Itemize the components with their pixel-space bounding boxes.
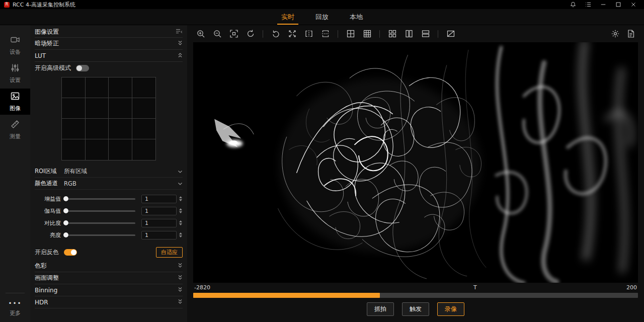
image-icon <box>10 91 20 103</box>
flip-vertical-icon[interactable] <box>318 27 333 40</box>
invert-toggle[interactable] <box>64 249 77 256</box>
timeline-progress-bar[interactable] <box>193 293 638 298</box>
gamma-input[interactable]: 1 <box>141 207 177 215</box>
gain-slider[interactable] <box>66 198 135 200</box>
toolbar-separator <box>438 30 438 38</box>
contrast-slider-handle[interactable] <box>63 220 68 225</box>
grid-fine-icon[interactable] <box>360 27 374 40</box>
adaptive-button[interactable]: 自适应 <box>156 247 183 258</box>
dual-horizontal-view-icon[interactable] <box>418 27 433 40</box>
contrast-slider[interactable] <box>66 222 135 224</box>
gain-input[interactable]: 1 <box>141 195 177 203</box>
toolbar-separator <box>338 30 338 38</box>
image-aspect-icon[interactable] <box>443 27 458 40</box>
section-adjust[interactable]: 画面调整 <box>35 272 183 284</box>
lut-curve-grid[interactable] <box>61 77 156 160</box>
tab-local[interactable]: 本地 <box>342 9 371 25</box>
maximize-button[interactable] <box>612 1 625 9</box>
camera-icon <box>10 35 20 46</box>
gain-label: 增益值 <box>35 195 61 203</box>
rail-label-image: 图像 <box>10 105 21 112</box>
main-view: -2820 T 200 抓拍 触发 录像 <box>187 25 644 322</box>
roi-value: 所有区域 <box>64 168 87 175</box>
titlebar: R RCC 4-高速采集控制系统 <box>0 0 644 9</box>
tab-realtime[interactable]: 实时 <box>273 9 302 25</box>
rotate-icon[interactable] <box>268 27 283 40</box>
invert-label: 开启反色 <box>35 248 59 257</box>
app-window: R RCC 4-高速采集控制系统 实时 回放 本地 <box>0 0 644 322</box>
sliders-icon <box>10 63 20 74</box>
snapshot-button[interactable]: 抓拍 <box>367 302 394 316</box>
chevron-double-down-icon <box>178 287 183 294</box>
advanced-mode-toggle[interactable] <box>76 65 89 71</box>
quad-view-icon[interactable] <box>385 27 399 40</box>
section-binning-label: Binning <box>35 287 57 294</box>
brightness-slider-handle[interactable] <box>63 232 68 237</box>
gain-stepper[interactable] <box>179 196 182 201</box>
brightness-slider[interactable] <box>66 234 135 236</box>
tab-playback[interactable]: 回放 <box>307 9 337 25</box>
timeline-progress-fill <box>193 293 380 298</box>
chevron-double-down-icon <box>178 263 183 270</box>
panel-header: 图像设置 <box>35 26 183 38</box>
slider-row-gain: 增益值 1 <box>35 193 183 205</box>
toolbar-separator <box>379 30 380 38</box>
rail-item-settings[interactable]: 设置 <box>0 60 30 87</box>
close-button[interactable] <box>627 1 640 9</box>
minimize-button[interactable] <box>597 1 610 9</box>
grid-overlay-icon[interactable] <box>343 27 358 40</box>
advanced-mode-label: 开启高级模式 <box>35 64 71 72</box>
notifications-bell-icon[interactable] <box>567 1 580 9</box>
chevron-double-down-icon <box>178 299 183 306</box>
reset-view-icon[interactable] <box>243 27 258 40</box>
rail-label-measure: 测量 <box>10 133 21 140</box>
gamma-slider-handle[interactable] <box>63 208 68 213</box>
section-hdr[interactable]: HDR <box>35 296 183 308</box>
chevron-double-up-icon <box>178 52 183 59</box>
channel-dropdown[interactable]: 颜色通道 RGB <box>35 178 183 190</box>
brightness-stepper[interactable] <box>179 232 182 237</box>
rail-label-more[interactable]: 更多 <box>10 309 21 317</box>
advanced-mode-row: 开启高级模式 <box>35 62 183 74</box>
section-darkfield[interactable]: 暗场矫正 <box>35 38 183 50</box>
more-dots-icon[interactable]: ••• <box>8 301 22 305</box>
timeline-end-value: 200 <box>626 284 637 291</box>
live-video-feed[interactable] <box>193 42 638 283</box>
rail-label-settings: 设置 <box>10 76 21 84</box>
settings-gear-icon[interactable] <box>608 27 622 40</box>
slider-row-gamma: 伽马值 1 <box>35 205 183 217</box>
rail-item-device[interactable]: 设备 <box>0 32 30 58</box>
section-binning[interactable]: Binning <box>35 284 183 296</box>
fullscreen-icon[interactable] <box>285 27 299 40</box>
record-button[interactable]: 录像 <box>437 302 464 316</box>
brightness-label: 亮度 <box>35 231 61 239</box>
gamma-label: 伽马值 <box>35 207 61 215</box>
trigger-button[interactable]: 触发 <box>402 302 429 316</box>
roi-dropdown[interactable]: ROI区域 所有区域 <box>35 166 183 178</box>
chevron-down-icon <box>178 168 183 175</box>
gain-slider-handle[interactable] <box>63 196 68 201</box>
gamma-stepper[interactable] <box>179 208 182 213</box>
fit-screen-icon[interactable] <box>226 27 241 40</box>
section-lut-label: LUT <box>35 52 46 59</box>
flip-horizontal-icon[interactable] <box>301 27 316 40</box>
panel-options-icon[interactable] <box>176 28 183 36</box>
rail-item-image[interactable]: 图像 <box>0 89 30 115</box>
rail-item-measure[interactable]: 测量 <box>0 117 30 143</box>
rail-label-device: 设备 <box>10 48 21 56</box>
timeline-labels: -2820 T 200 <box>193 284 638 292</box>
zoom-in-icon[interactable] <box>193 27 208 40</box>
zoom-out-icon[interactable] <box>210 27 224 40</box>
section-hdr-label: HDR <box>35 299 48 306</box>
section-color[interactable]: 色彩 <box>35 260 183 272</box>
task-list-icon[interactable] <box>582 1 595 9</box>
log-file-icon[interactable] <box>623 27 638 40</box>
contrast-stepper[interactable] <box>179 220 182 225</box>
section-lut[interactable]: LUT <box>35 50 183 62</box>
chevron-double-down-icon <box>178 40 183 47</box>
brightness-input[interactable]: 1 <box>141 231 177 239</box>
dual-vertical-view-icon[interactable] <box>401 27 416 40</box>
contrast-input[interactable]: 1 <box>141 219 177 227</box>
gamma-slider[interactable] <box>66 210 135 212</box>
section-adjust-label: 画面调整 <box>35 274 59 282</box>
